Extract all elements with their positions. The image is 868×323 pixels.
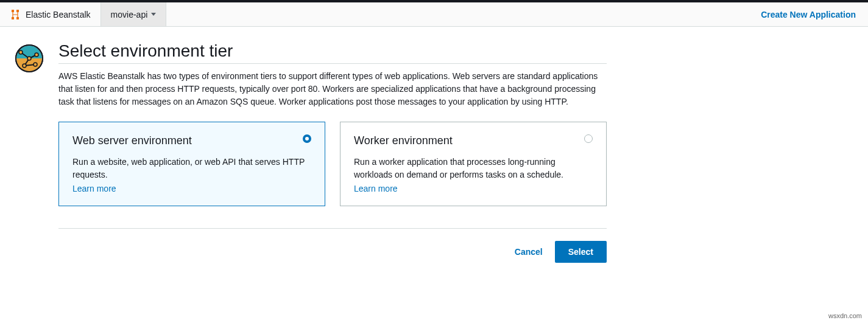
content: Select environment tier AWS Elastic Bean… bbox=[58, 41, 607, 281]
cancel-button[interactable]: Cancel bbox=[515, 247, 543, 257]
service-name: Elastic Beanstalk bbox=[26, 10, 91, 19]
beanstalk-icon bbox=[10, 9, 21, 20]
svg-rect-1 bbox=[16, 10, 19, 12]
learn-more-worker[interactable]: Learn more bbox=[354, 184, 398, 193]
radio-worker[interactable] bbox=[584, 134, 593, 143]
chevron-down-icon bbox=[151, 13, 156, 16]
title-divider bbox=[58, 63, 607, 64]
footer-actions: Cancel Select bbox=[58, 241, 607, 281]
radio-web-server[interactable] bbox=[303, 134, 311, 143]
svg-point-10 bbox=[19, 50, 23, 54]
page-description: AWS Elastic Beanstalk has two types of e… bbox=[58, 70, 607, 108]
page-title: Select environment tier bbox=[58, 41, 607, 61]
main: Select environment tier AWS Elastic Bean… bbox=[0, 27, 868, 281]
service-tab[interactable]: Elastic Beanstalk bbox=[0, 2, 101, 26]
tier-desc-worker: Run a worker application that processes … bbox=[354, 156, 593, 181]
svg-rect-3 bbox=[16, 17, 19, 19]
svg-point-12 bbox=[23, 64, 26, 68]
svg-point-14 bbox=[34, 63, 37, 66]
create-new-application-link[interactable]: Create New Application bbox=[761, 10, 856, 19]
svg-rect-2 bbox=[12, 17, 14, 19]
svg-point-13 bbox=[35, 53, 38, 57]
footer-divider bbox=[58, 228, 607, 229]
app-name: movie-api bbox=[111, 10, 148, 19]
environment-icon bbox=[15, 44, 44, 73]
tier-title-web: Web server environment bbox=[72, 134, 311, 147]
tier-desc-web: Run a website, web application, or web A… bbox=[72, 156, 311, 181]
tier-card-web-server[interactable]: Web server environment Run a website, we… bbox=[58, 122, 325, 206]
app-dropdown[interactable]: movie-api bbox=[101, 2, 167, 26]
tier-card-worker[interactable]: Worker environment Run a worker applicat… bbox=[340, 122, 607, 206]
tier-title-worker: Worker environment bbox=[354, 134, 593, 147]
header: Elastic Beanstalk movie-api Create New A… bbox=[0, 2, 868, 27]
svg-rect-0 bbox=[12, 10, 14, 12]
header-left: Elastic Beanstalk movie-api bbox=[0, 2, 166, 26]
select-button[interactable]: Select bbox=[555, 241, 607, 263]
learn-more-web[interactable]: Learn more bbox=[72, 184, 116, 193]
svg-point-11 bbox=[27, 57, 31, 60]
tier-cards: Web server environment Run a website, we… bbox=[58, 122, 607, 206]
